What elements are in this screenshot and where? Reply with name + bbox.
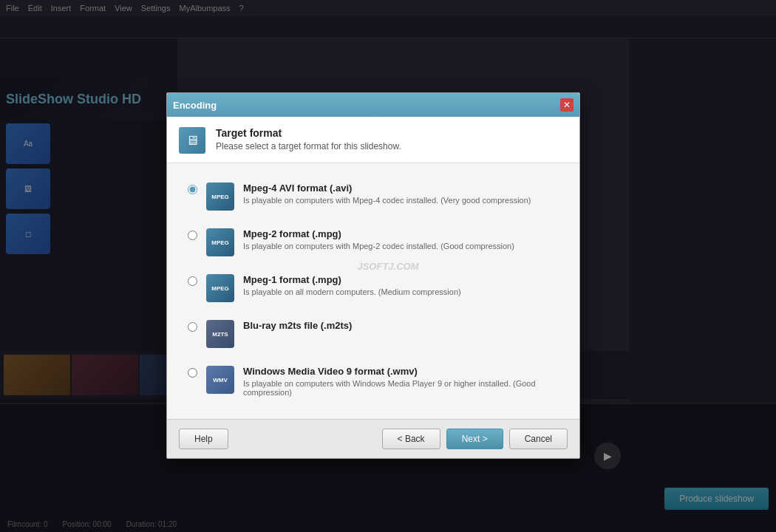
footer-right: < Back Next > Cancel [382,429,568,449]
format-option-mpeg2[interactable]: MPEG Mpeg-2 format (.mpg) Is playable on… [182,221,565,264]
help-button[interactable]: Help [179,429,228,449]
format-radio-wmv[interactable] [188,368,197,378]
format-info-mpeg2: Mpeg-2 format (.mpg) Is playable on comp… [243,228,514,250]
format-info-mpeg4: Mpeg-4 AVI format (.avi) Is playable on … [243,183,531,205]
dialog-body: MPEG Mpeg-4 AVI format (.avi) Is playabl… [167,163,579,419]
encoding-dialog: Encoding ✕ 🖥 Target format Please select… [166,92,580,459]
format-info-m2ts: Blu-ray m2ts file (.m2ts) [243,320,352,333]
format-option-m2ts[interactable]: M2TS Blu-ray m2ts file (.m2ts) [182,313,565,355]
dialog-title: Encoding [173,100,217,111]
next-button[interactable]: Next > [446,429,503,449]
m2ts-icon: M2TS [206,320,234,348]
dialog-footer: Help < Back Next > Cancel [167,419,579,458]
format-option-wmv[interactable]: WMV Windows Media Video 9 format (.wmv) … [182,358,565,404]
cancel-button[interactable]: Cancel [509,429,568,449]
dialog-header-subtitle: Please select a target format for this s… [216,141,401,151]
dialog-header: 🖥 Target format Please select a target f… [167,117,579,163]
format-info-mpeg1: Mpeg-1 format (.mpg) Is playable on all … [243,274,461,296]
dialog-header-title: Target format [216,127,401,139]
format-radio-mpeg2[interactable] [188,231,197,240]
format-radio-m2ts[interactable] [188,322,197,332]
dialog-header-text: Target format Please select a target for… [216,127,401,151]
dialog-titlebar: Encoding ✕ [167,93,579,117]
format-info-wmv: Windows Media Video 9 format (.wmv) Is p… [243,366,559,397]
format-option-mpeg1[interactable]: MPEG Mpeg-1 format (.mpg) Is playable on… [182,267,565,310]
dialog-close-button[interactable]: ✕ [560,98,574,112]
mpeg4-icon: MPEG [206,183,234,211]
wmv-icon: WMV [206,366,234,394]
format-option-mpeg4[interactable]: MPEG Mpeg-4 AVI format (.avi) Is playabl… [182,175,565,218]
back-button[interactable]: < Back [382,429,440,449]
mpeg2-icon: MPEG [206,228,234,256]
dialog-header-icon: 🖥 [179,127,205,154]
format-radio-mpeg4[interactable] [188,185,197,194]
mpeg1-icon: MPEG [206,274,234,302]
format-radio-mpeg1[interactable] [188,276,197,286]
footer-left: Help [179,429,228,449]
